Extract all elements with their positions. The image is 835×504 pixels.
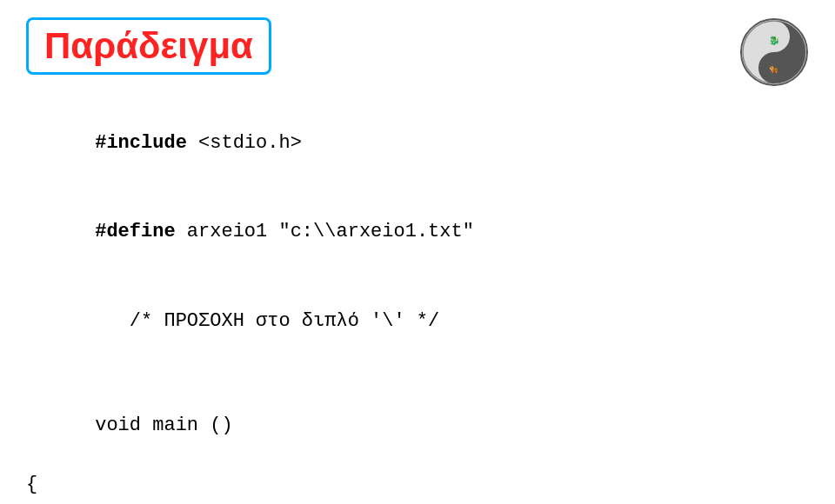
spacer1 [26, 366, 809, 381]
include-line: #include <stdio.h> [26, 99, 809, 188]
logo-icon: 🐉 🐅 [739, 17, 809, 87]
open-brace-line: { [26, 470, 809, 500]
define-keyword: #define [95, 221, 175, 242]
svg-text:🐅: 🐅 [769, 63, 780, 74]
code-block: #include <stdio.h> #define arxeio1 "c:\\… [26, 99, 809, 504]
file-line: FILE *myFile1, *myFile2, *myFile3; [26, 500, 809, 504]
svg-text:🐉: 🐉 [769, 35, 780, 46]
page-title: Παράδειγμα [44, 25, 253, 66]
void-main-line: void main () [26, 381, 809, 470]
logo-area: 🐉 🐅 [739, 17, 809, 87]
title-box: Παράδειγμα [26, 17, 271, 75]
page-container: 🐉 🐅 Παράδειγμα #include <stdio.h> #defin… [0, 0, 835, 504]
include-keyword: #include [95, 132, 187, 154]
comment-line: /* ΠΡΟΣΟΧΗ στο διπλό '\' */ [26, 277, 809, 366]
define-line: #define arxeio1 "c:\\arxeio1.txt" [26, 188, 809, 276]
